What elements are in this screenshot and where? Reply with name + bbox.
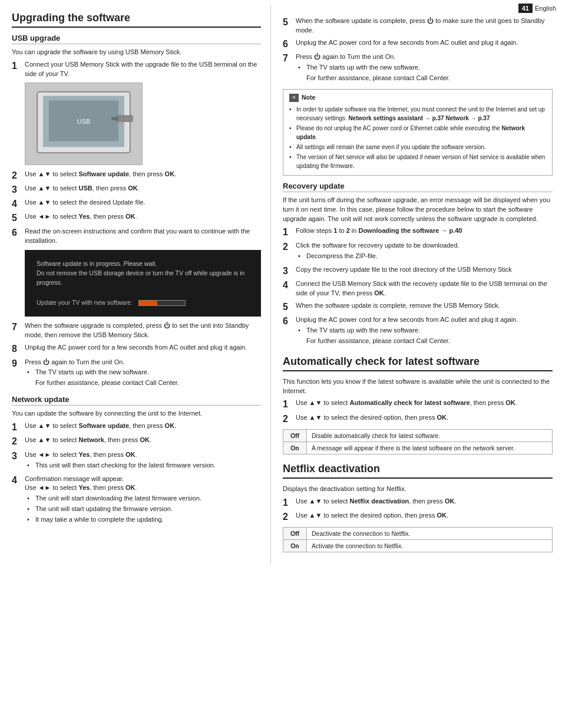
step-item: 4 Use ▲▼ to select the desired Update fi… <box>12 198 261 209</box>
step-item: 4 Confirmation message will appear. Use … <box>12 475 261 526</box>
option-label-off: Off <box>283 429 307 442</box>
network-steps-continued: 5 When the software update is complete, … <box>283 17 553 84</box>
usb-steps-7-9: 7 When the software upgrade is completed… <box>12 321 261 389</box>
recovery-steps: 1 Follow steps 1 to 2 in Downloading the… <box>283 226 553 347</box>
step-item: 2 Use ▲▼ to select Network, then press O… <box>12 436 261 447</box>
step-item: 6 Unplug the AC power cord for a few sec… <box>283 315 553 347</box>
option-desc-on: Activate the connection to Netflix. <box>307 540 553 552</box>
network-section-title: Network update <box>12 395 261 406</box>
step-item: 1 Use ▲▼ to select Netflix deactivation,… <box>283 497 553 508</box>
network-steps: 1 Use ▲▼ to select Software update, then… <box>12 421 261 526</box>
step-item: 1 Use ▲▼ to select Automatically check f… <box>283 398 553 410</box>
step-item: 6 Read the on-screen instructions and co… <box>12 227 261 246</box>
main-content: Upgrading the software USB upgrade You c… <box>0 0 562 564</box>
right-column: 5 When the software update is complete, … <box>271 5 562 564</box>
language-label: English <box>535 5 556 12</box>
progress-line2: Do not remove the USB storage device or … <box>37 269 249 288</box>
option-row: On A message will appear if there is the… <box>283 442 553 454</box>
netflix-options-table: Off Deactivate the connection to Netflix… <box>283 527 553 552</box>
netflix-steps: 1 Use ▲▼ to select Netflix deactivation,… <box>283 497 553 522</box>
option-desc-off: Deactivate the connection to Netflix. <box>307 528 553 540</box>
note-box: ≡ Note • In order to update software via… <box>283 89 553 176</box>
step-item: 5 When the software update is complete, … <box>283 301 553 312</box>
progress-line1: Software update is in progress. Please w… <box>37 259 249 269</box>
step-item: 6 Unplug the AC power cord for a few sec… <box>283 38 553 50</box>
recovery-intro: If the unit turns off during the softwar… <box>283 196 553 224</box>
usb-steps: 1 Connect your USB Memory Stick with the… <box>12 60 261 79</box>
step-item: 5 Use ◄► to select Yes, then press OK. <box>12 212 261 223</box>
page-header: 41 English <box>513 0 562 17</box>
option-desc-off: Disable automatically check for latest s… <box>307 429 553 442</box>
option-label-on: On <box>283 540 307 552</box>
option-row: Off Deactivate the connection to Netflix… <box>283 528 553 540</box>
option-label-on: On <box>283 442 307 454</box>
auto-check-title: Automatically check for latest software <box>283 355 553 371</box>
note-item: • The version of Net service will also b… <box>289 153 546 170</box>
note-item: • Please do not unplug the AC power cord… <box>289 124 546 141</box>
note-title: Note <box>302 93 315 103</box>
auto-check-steps: 1 Use ▲▼ to select Automatically check f… <box>283 398 553 424</box>
note-icon: ≡ <box>289 94 299 102</box>
progress-bar-row: Update your TV with new software: <box>37 298 249 308</box>
network-intro: You can update the software by connectin… <box>12 409 261 419</box>
note-item: • All settings will remain the same even… <box>289 143 546 151</box>
svg-text:USB: USB <box>77 118 90 125</box>
usb-section-title: USB upgrade <box>12 34 261 44</box>
option-label-off: Off <box>283 528 307 540</box>
progress-bar-label: Update your TV with new software: <box>37 298 133 308</box>
step-item: 1 Connect your USB Memory Stick with the… <box>12 60 261 79</box>
page-number: 41 <box>518 4 533 13</box>
usb-image: USB <box>25 83 143 165</box>
note-list: • In order to update software via the In… <box>289 105 546 170</box>
netflix-intro: Displays the deactivation setting for Ne… <box>283 485 553 494</box>
note-item: • In order to update software via the In… <box>289 105 546 123</box>
auto-check-intro: This function lets you know if the lates… <box>283 377 553 396</box>
note-header: ≡ Note <box>289 93 546 103</box>
option-desc-on: A message will appear if there is the la… <box>307 442 553 454</box>
step-item: 1 Follow steps 1 to 2 in Downloading the… <box>283 226 553 238</box>
usb-intro: You can upgrade the software by using US… <box>12 48 261 57</box>
step-item: 9 Press ⏻ again to Turn the unit On. •Th… <box>12 358 261 390</box>
progress-screen: Software update is in progress. Please w… <box>25 250 261 317</box>
netflix-title: Netflix deactivation <box>283 463 553 479</box>
step-item: 7 When the software upgrade is completed… <box>12 321 261 340</box>
step-item: 2 Use ▲▼ to select the desired option, t… <box>283 413 553 424</box>
step-item: 1 Use ▲▼ to select Software update, then… <box>12 421 261 433</box>
progress-bar-inner <box>139 301 157 305</box>
step-item: 3 Use ◄► to select Yes, then press OK. •… <box>12 450 261 472</box>
usb-steps-2-6: 2 Use ▲▼ to select Software update, then… <box>12 170 261 246</box>
recovery-section-title: Recovery update <box>283 182 553 192</box>
step-item: 2 Use ▲▼ to select the desired option, t… <box>283 511 553 522</box>
step-item: 3 Copy the recovery update file to the r… <box>283 265 553 276</box>
option-row: Off Disable automatically check for late… <box>283 429 553 442</box>
step-item: 2 Use ▲▼ to select Software update, then… <box>12 170 261 181</box>
progress-bar-outer <box>138 300 186 306</box>
option-row: On Activate the connection to Netflix. <box>283 540 553 552</box>
step-item: 7 Press ⏻ again to Turn the unit On. •Th… <box>283 52 553 84</box>
step-item: 4 Connect the USB Memory Stick with the … <box>283 279 553 298</box>
step-item: 2 Click the software for recovery update… <box>283 241 553 262</box>
auto-check-options-table: Off Disable automatically check for late… <box>283 429 553 454</box>
step-item: 8 Unplug the AC power cord for a few sec… <box>12 343 261 354</box>
step-item: 3 Use ▲▼ to select USB, then press OK. <box>12 184 261 195</box>
step-item: 5 When the software update is complete, … <box>283 17 553 35</box>
left-column: Upgrading the software USB upgrade You c… <box>0 5 271 564</box>
main-title: Upgrading the software <box>12 12 261 28</box>
